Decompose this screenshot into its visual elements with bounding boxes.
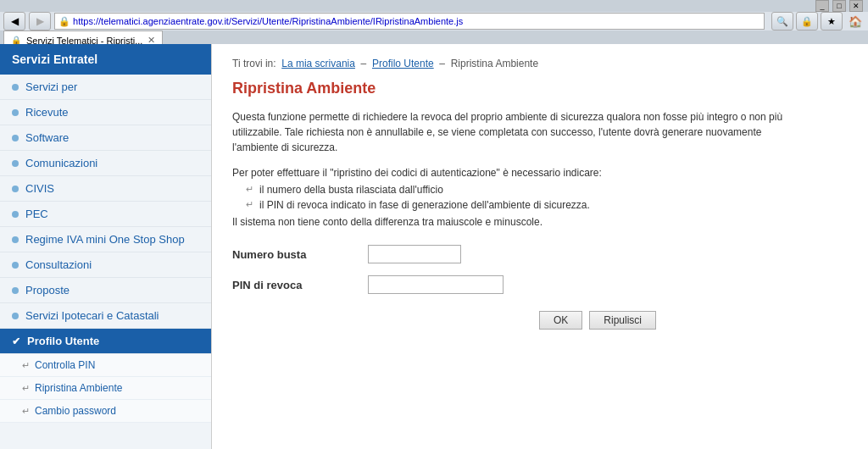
dot-icon — [12, 262, 19, 269]
sidebar-label: Ricevute — [25, 106, 69, 119]
bullet-list: il numero della busta rilasciata dall'uf… — [246, 184, 848, 211]
sub-item-label: Ripristina Ambiente — [35, 382, 122, 394]
note-text: Il sistema non tiene conto della differe… — [232, 216, 848, 228]
maximize-button[interactable]: □ — [832, 0, 846, 12]
sidebar-label: Consultazioni — [25, 258, 92, 271]
sidebar-item-ricevute[interactable]: Ricevute — [0, 100, 211, 125]
address-bar[interactable]: 🔒 https://telematici.agenziaentrate.gov.… — [54, 13, 765, 30]
dot-icon — [12, 84, 19, 91]
sidebar-sub-item-cambio-password[interactable]: Cambio password — [0, 400, 211, 423]
sidebar-item-servizi-ipotecari[interactable]: Servizi Ipotecari e Catastali — [0, 303, 211, 329]
sidebar-item-profilo-utente[interactable]: ✔ Profilo Utente — [0, 329, 211, 354]
label-numero-busta: Numero busta — [232, 248, 368, 261]
sidebar-label: Servizi per — [25, 80, 77, 93]
nav-bar: ◀ ▶ 🔒 https://telematici.agenziaentrate.… — [0, 12, 868, 30]
form-row-numero-busta: Numero busta — [232, 245, 848, 263]
form-row-pin-revoca: PIN di revoca — [232, 275, 848, 294]
home-button[interactable]: 🏠 — [846, 14, 865, 29]
lock-icon[interactable]: 🔒 — [796, 12, 818, 30]
sidebar-item-software[interactable]: Software — [0, 125, 211, 151]
sidebar-label: Comunicazioni — [25, 157, 97, 169]
bullet-item-1: il numero della busta rilasciata dall'uf… — [246, 184, 848, 196]
sidebar-label: CIVIS — [25, 182, 54, 195]
ripulisci-button[interactable]: Ripulisci — [589, 311, 656, 330]
dot-icon — [12, 313, 19, 319]
sidebar-header: Servizi Entratel — [0, 44, 211, 75]
dot-icon — [12, 186, 19, 192]
page-wrapper: Servizi Entratel Servizi per Ricevute So… — [0, 44, 868, 449]
page-description: Questa funzione permette di richiedere l… — [232, 109, 809, 155]
dot-icon — [12, 287, 19, 294]
dot-icon — [12, 236, 19, 243]
sidebar-item-civis[interactable]: CIVIS — [0, 176, 211, 202]
button-row: OK Ripulisci — [232, 311, 656, 330]
sidebar-label: Profilo Utente — [27, 335, 99, 347]
sidebar: Servizi Entratel Servizi per Ricevute So… — [0, 44, 212, 449]
sidebar-label: Proposte — [25, 284, 70, 297]
input-pin-revoca[interactable] — [368, 275, 504, 294]
minimize-button[interactable]: _ — [815, 0, 829, 12]
bookmark-icon[interactable]: ★ — [821, 12, 843, 30]
bullet-item-2: il PIN di revoca indicato in fase di gen… — [246, 199, 848, 211]
main-content: Ti trovi in: La mia scrivania – Profilo … — [212, 44, 868, 449]
breadcrumb: Ti trovi in: La mia scrivania – Profilo … — [232, 58, 848, 69]
ok-button[interactable]: OK — [539, 311, 582, 330]
search-icon[interactable]: 🔍 — [771, 12, 793, 30]
page-title: Ripristina Ambiente — [232, 80, 848, 97]
dot-icon — [12, 160, 19, 167]
dot-icon — [12, 135, 19, 141]
sidebar-sub-item-controlla-pin[interactable]: Controlla PIN — [0, 354, 211, 377]
sidebar-item-regime-iva[interactable]: Regime IVA mini One Stop Shop — [0, 227, 211, 252]
sidebar-label: Regime IVA mini One Stop Shop — [25, 233, 185, 246]
url-text: https://telematici.agenziaentrate.gov.it… — [73, 16, 463, 26]
window-controls[interactable]: _ □ ✕ — [815, 0, 863, 12]
sidebar-sub-menu: Controlla PIN Ripristina Ambiente Cambio… — [0, 354, 211, 423]
input-numero-busta[interactable] — [368, 245, 461, 263]
dot-icon — [12, 211, 19, 218]
sidebar-label: Software — [25, 131, 69, 144]
sub-item-label: Cambio password — [35, 405, 116, 417]
breadcrumb-link-profilo[interactable]: Profilo Utente — [372, 58, 434, 69]
sidebar-label: Servizi Ipotecari e Catastali — [25, 309, 159, 322]
instructions-text: Per poter effettuare il "ripristino dei … — [232, 167, 848, 179]
back-button[interactable]: ◀ — [3, 12, 25, 30]
sidebar-item-proposte[interactable]: Proposte — [0, 278, 211, 303]
sidebar-label: PEC — [25, 208, 48, 220]
form-section: Numero busta PIN di revoca — [232, 245, 848, 294]
sidebar-item-consultazioni[interactable]: Consultazioni — [0, 252, 211, 278]
breadcrumb-sep2: – — [439, 58, 445, 69]
sidebar-item-pec[interactable]: PEC — [0, 202, 211, 227]
label-pin-revoca: PIN di revoca — [232, 279, 368, 291]
close-button[interactable]: ✕ — [849, 0, 863, 12]
breadcrumb-link-scrivania[interactable]: La mia scrivania — [281, 58, 355, 69]
sidebar-item-servizi-per[interactable]: Servizi per — [0, 75, 211, 100]
sidebar-item-comunicazioni[interactable]: Comunicazioni — [0, 151, 211, 176]
dot-icon — [12, 109, 19, 116]
forward-button[interactable]: ▶ — [29, 12, 51, 30]
title-bar: _ □ ✕ — [0, 0, 868, 12]
sidebar-sub-item-ripristina-ambiente[interactable]: Ripristina Ambiente — [0, 377, 211, 400]
sub-item-label: Controlla PIN — [35, 359, 95, 371]
breadcrumb-current: Ripristina Ambiente — [451, 58, 538, 69]
breadcrumb-prefix: Ti trovi in: — [232, 58, 276, 69]
breadcrumb-sep1: – — [361, 58, 367, 69]
